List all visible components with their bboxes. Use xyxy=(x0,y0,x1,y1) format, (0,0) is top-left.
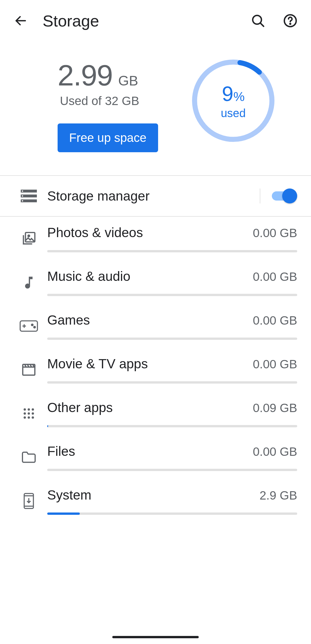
page-title: Storage xyxy=(43,12,245,30)
music-icon xyxy=(10,275,47,290)
category-progress xyxy=(47,425,297,427)
back-button[interactable] xyxy=(8,8,33,33)
category-size: 0.00 GB xyxy=(253,357,297,371)
category-progress xyxy=(47,381,297,384)
svg-point-29 xyxy=(32,416,34,419)
category-size: 0.00 GB xyxy=(253,445,297,459)
category-label: Photos & videos xyxy=(47,225,143,240)
category-progress xyxy=(47,469,297,471)
files-icon xyxy=(10,451,47,464)
category-size: 0.09 GB xyxy=(253,401,297,415)
svg-point-28 xyxy=(28,416,30,419)
svg-point-24 xyxy=(24,412,26,415)
used-unit: GB xyxy=(118,73,138,89)
category-row-movies[interactable]: Movie & TV apps0.00 GB xyxy=(0,348,311,392)
usage-percent-label: used xyxy=(221,107,246,120)
storage-manager-toggle[interactable] xyxy=(272,188,297,203)
storage-summary: 2.99 GB Used of 32 GB Free up space 9% u… xyxy=(0,41,311,175)
category-list: Photos & videos0.00 GBMusic & audio0.00 … xyxy=(0,217,311,523)
usage-percent: 9% xyxy=(222,82,244,106)
free-up-space-button[interactable]: Free up space xyxy=(58,123,158,152)
svg-point-26 xyxy=(32,412,34,415)
category-progress xyxy=(47,512,297,515)
svg-point-22 xyxy=(28,408,30,411)
storage-manager-row[interactable]: Storage manager xyxy=(0,176,311,216)
category-label: Music & audio xyxy=(47,268,130,284)
category-progress xyxy=(47,294,297,296)
used-subtext: Used of 32 GB xyxy=(60,94,190,108)
svg-point-23 xyxy=(32,408,34,411)
category-row-files[interactable]: Files0.00 GB xyxy=(0,435,311,479)
storage-manager-icon xyxy=(21,190,37,202)
svg-point-27 xyxy=(24,416,26,419)
used-value: 2.99 xyxy=(58,59,113,92)
category-row-games[interactable]: Games0.00 GB xyxy=(0,304,311,348)
arrow-back-icon xyxy=(14,14,28,28)
photos-icon xyxy=(10,230,47,247)
category-label: System xyxy=(47,487,91,503)
category-row-music[interactable]: Music & audio0.00 GB xyxy=(0,260,311,304)
svg-point-19 xyxy=(34,326,35,328)
svg-point-14 xyxy=(28,235,30,237)
games-icon xyxy=(10,320,47,332)
svg-rect-8 xyxy=(21,195,37,197)
category-row-photos[interactable]: Photos & videos0.00 GB xyxy=(0,217,311,260)
category-progress xyxy=(47,338,297,340)
nav-handle xyxy=(112,636,199,638)
search-icon xyxy=(251,13,266,28)
storage-manager-label: Storage manager xyxy=(47,188,248,204)
help-icon xyxy=(283,13,298,28)
svg-rect-12 xyxy=(22,200,23,201)
category-row-system[interactable]: System2.9 GB xyxy=(0,479,311,523)
category-size: 2.9 GB xyxy=(259,489,297,502)
svg-point-25 xyxy=(28,412,30,415)
vertical-divider xyxy=(260,188,260,203)
svg-rect-10 xyxy=(22,190,23,192)
category-label: Movie & TV apps xyxy=(47,356,148,371)
usage-donut: 9% used xyxy=(191,59,275,143)
category-progress xyxy=(47,250,297,252)
category-row-apps[interactable]: Other apps0.09 GB xyxy=(0,392,311,435)
svg-point-21 xyxy=(24,408,26,411)
apps-icon xyxy=(10,407,47,420)
svg-rect-11 xyxy=(22,195,23,197)
category-label: Files xyxy=(47,443,75,459)
help-button[interactable] xyxy=(278,8,303,33)
svg-rect-9 xyxy=(21,199,37,202)
svg-rect-7 xyxy=(21,190,37,193)
system-icon xyxy=(10,492,47,510)
category-label: Games xyxy=(47,312,90,328)
svg-point-18 xyxy=(31,324,33,326)
search-button[interactable] xyxy=(245,8,271,33)
movies-icon xyxy=(10,362,47,378)
svg-line-2 xyxy=(260,23,263,26)
category-size: 0.00 GB xyxy=(253,226,297,240)
svg-point-4 xyxy=(290,24,291,24)
category-size: 0.00 GB xyxy=(253,314,297,327)
category-size: 0.00 GB xyxy=(253,270,297,284)
category-label: Other apps xyxy=(47,400,113,415)
